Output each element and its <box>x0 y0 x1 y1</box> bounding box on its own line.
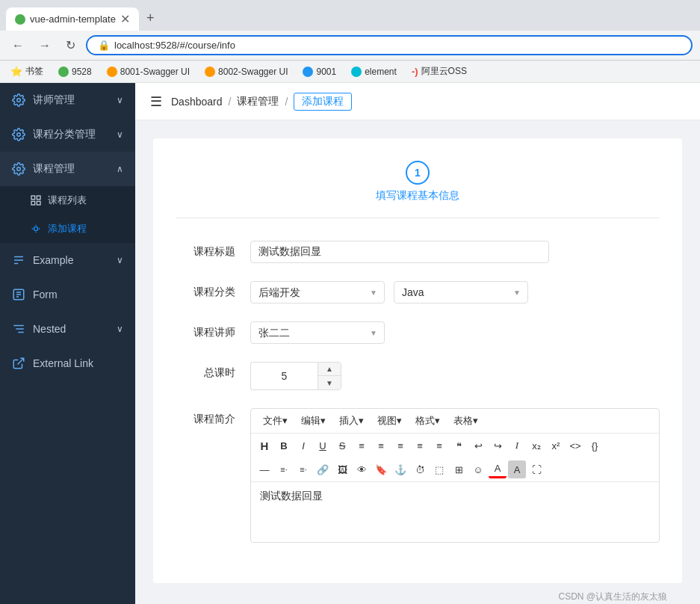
bookmark-aliyun[interactable]: -) 阿里云OSS <box>409 64 470 79</box>
anchor-button[interactable]: ⚓ <box>391 460 409 478</box>
hamburger-icon[interactable]: ☰ <box>150 93 162 110</box>
italic2-button[interactable]: I <box>508 437 526 454</box>
blockquote-button[interactable]: ❝ <box>450 437 468 454</box>
refresh-button[interactable]: ↻ <box>61 35 80 55</box>
menu-file[interactable]: 文件▾ <box>257 412 294 430</box>
sidebar-item-course-list[interactable]: 课程列表 <box>0 186 135 215</box>
code-block-button[interactable]: {} <box>586 437 604 454</box>
undo-button[interactable]: ↩ <box>469 437 487 454</box>
chevron-down-icon: ∨ <box>117 324 123 334</box>
menu-view[interactable]: 视图▾ <box>371 412 408 430</box>
breadcrumb-home[interactable]: Dashboard <box>171 96 223 108</box>
rich-text-editor: 文件▾ 编辑▾ 插入▾ 视图▾ 格式▾ 表格▾ H B <box>250 408 660 543</box>
sidebar-item-example[interactable]: Example ∨ <box>0 243 135 277</box>
align-left-button[interactable]: ≡ <box>353 437 371 454</box>
teacher-wrapper: 张二二 <box>250 321 385 344</box>
bookmark-button[interactable]: 🔖 <box>372 460 390 478</box>
bookmark-swagger2[interactable]: 8002-Swagger UI <box>202 65 291 78</box>
underline-button[interactable]: U <box>314 437 332 454</box>
svg-rect-4 <box>37 196 40 200</box>
form-row-lessons: 总课时 ▲ ▼ <box>176 362 660 390</box>
sidebar-item-teacher[interactable]: 讲师管理 ∨ <box>0 83 135 117</box>
menu-insert[interactable]: 插入▾ <box>333 412 370 430</box>
superscript-button[interactable]: x² <box>547 437 565 454</box>
category2-select[interactable]: Java <box>394 281 528 303</box>
heading-button[interactable]: H <box>255 437 273 454</box>
block-button[interactable]: ⬚ <box>430 460 448 478</box>
sidebar-item-category[interactable]: 课程分类管理 ∨ <box>0 117 135 152</box>
content-card: 1 填写课程基本信息 课程标题 课程分类 <box>153 138 682 583</box>
chevron-down-icon: ∨ <box>117 95 123 105</box>
page-header: ☰ Dashboard / 课程管理 / 添加课程 <box>135 83 700 120</box>
chevron-down-icon: ∨ <box>117 129 123 140</box>
ordered-list-button[interactable]: ≡· <box>275 460 293 478</box>
time-button[interactable]: ⏱ <box>411 460 429 478</box>
bookmark-element[interactable]: element <box>348 65 400 78</box>
emoji-button[interactable]: ☺ <box>469 460 487 478</box>
editor-content[interactable]: 测试数据回显 <box>251 482 659 542</box>
editor-text: 测试数据回显 <box>260 490 323 502</box>
font-color-button[interactable]: A <box>489 460 507 478</box>
bookmark-9001[interactable]: 9001 <box>300 65 339 78</box>
lesson-count-stepper: ▲ ▼ <box>250 362 347 390</box>
bookmark-item[interactable]: ⭐ 书签 <box>7 64 46 79</box>
align-justify-button[interactable]: ≡ <box>411 437 429 454</box>
preview-button[interactable]: 👁 <box>353 460 371 478</box>
chevron-down-icon: ∨ <box>117 255 123 265</box>
code-button[interactable]: <> <box>566 437 584 454</box>
form-field-category: 后端开发 Java <box>250 281 660 303</box>
category1-select[interactable]: 后端开发 <box>250 281 385 303</box>
highlight-button[interactable]: A <box>508 460 526 478</box>
strikethrough-button[interactable]: S <box>333 437 351 454</box>
bookmark-dot <box>303 67 313 77</box>
lesson-count-input[interactable] <box>250 362 318 390</box>
unordered-list-button[interactable]: ≡· <box>294 460 312 478</box>
bold-button[interactable]: B <box>275 437 293 454</box>
increment-button[interactable]: ▲ <box>318 363 341 376</box>
subscript-button[interactable]: x₂ <box>527 437 545 454</box>
redo-button[interactable]: ↪ <box>489 437 507 454</box>
svg-point-1 <box>17 133 21 137</box>
menu-edit[interactable]: 编辑▾ <box>295 412 332 430</box>
form-field-title <box>250 241 660 263</box>
title-input[interactable] <box>250 241 549 263</box>
svg-point-0 <box>17 99 21 102</box>
sidebar-item-external[interactable]: External Link <box>0 346 135 380</box>
new-tab-button[interactable]: + <box>139 6 162 31</box>
address-bar[interactable]: 🔒 localhost:9528/#/course/info <box>86 35 693 55</box>
svg-rect-6 <box>37 201 40 205</box>
italic-button[interactable]: I <box>294 437 312 454</box>
svg-rect-5 <box>31 201 35 205</box>
hr-button[interactable]: — <box>255 460 273 478</box>
decrement-button[interactable]: ▼ <box>318 376 341 389</box>
sidebar-item-nested[interactable]: Nested ∨ <box>0 312 135 346</box>
sidebar: 讲师管理 ∨ 课程分类管理 ∨ 课程管理 ∧ 课程列表 <box>0 83 135 604</box>
browser-tab[interactable]: vue-admin-template ✕ <box>6 7 139 31</box>
align-center-button[interactable]: ≡ <box>372 437 390 454</box>
sidebar-item-course-add[interactable]: 添加课程 <box>0 215 135 243</box>
breadcrumb-parent[interactable]: 课程管理 <box>237 95 279 108</box>
teacher-select[interactable]: 张二二 <box>250 321 385 344</box>
bookmarks-bar: ⭐ 书签 9528 8001-Swagger UI 8002-Swagger U… <box>0 61 700 83</box>
indent-button[interactable]: ≡ <box>430 437 448 454</box>
back-button[interactable]: ← <box>7 36 28 55</box>
editor-toolbar-row1: H B I U S ≡ ≡ ≡ ≡ ≡ <box>251 434 659 457</box>
tab-close-button[interactable]: ✕ <box>120 12 130 26</box>
forward-button[interactable]: → <box>34 36 55 55</box>
sidebar-item-form[interactable]: Form <box>0 277 135 312</box>
sidebar-label-course-add: 添加课程 <box>48 222 87 235</box>
menu-table[interactable]: 表格▾ <box>447 412 484 430</box>
bookmark-swagger1[interactable]: 8001-Swagger UI <box>104 65 193 78</box>
align-right-button[interactable]: ≡ <box>391 437 409 454</box>
table-button[interactable]: ⊞ <box>450 460 468 478</box>
bookmark-9528[interactable]: 9528 <box>55 65 95 78</box>
fullscreen-button[interactable]: ⛶ <box>527 460 545 478</box>
image-button[interactable]: 🖼 <box>333 460 351 478</box>
chevron-up-icon: ∧ <box>117 164 123 174</box>
gear-icon <box>12 128 25 141</box>
link-button[interactable]: 🔗 <box>314 460 332 478</box>
menu-format[interactable]: 格式▾ <box>409 412 446 430</box>
example-icon <box>12 253 25 267</box>
sidebar-item-course[interactable]: 课程管理 ∧ <box>0 152 135 186</box>
breadcrumb: Dashboard / 课程管理 / 添加课程 <box>171 93 352 111</box>
